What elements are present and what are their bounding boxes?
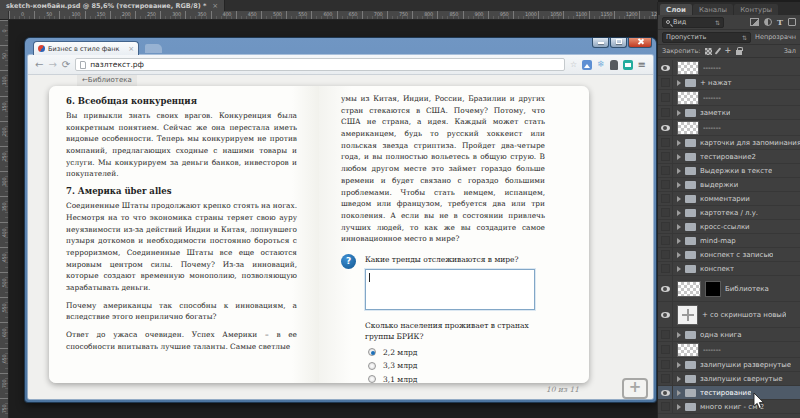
expand-arrow-icon[interactable] xyxy=(677,238,681,244)
lock-position-icon[interactable]: + xyxy=(724,47,731,55)
lock-pixels-icon[interactable] xyxy=(715,47,722,54)
layer-row[interactable]: выдержки xyxy=(658,178,800,192)
extension-chat-icon[interactable] xyxy=(623,60,633,70)
eye-toggle[interactable] xyxy=(658,90,673,105)
layer-row[interactable]: заметки xyxy=(658,106,800,120)
eye-toggle[interactable] xyxy=(658,248,673,261)
lock-all-icon[interactable] xyxy=(736,50,742,55)
eye-toggle[interactable] xyxy=(658,220,673,233)
expand-arrow-icon[interactable] xyxy=(677,168,681,174)
filter-pixel-layers-icon[interactable] xyxy=(750,18,759,26)
expand-arrow-icon[interactable] xyxy=(677,224,681,230)
layer-row[interactable]: Библиотека xyxy=(658,276,800,302)
layer-row[interactable]: ------- xyxy=(658,120,800,136)
layer-row[interactable]: ------- xyxy=(658,90,800,106)
eye-toggle[interactable] xyxy=(658,342,673,357)
eye-toggle[interactable] xyxy=(658,120,673,135)
expand-arrow-icon[interactable] xyxy=(677,80,681,86)
panel-tab-layers[interactable]: Слои xyxy=(660,4,692,15)
panel-tab-paths[interactable]: Контуры xyxy=(734,4,778,15)
layer-row[interactable]: mind-map xyxy=(658,234,800,248)
address-bar[interactable]: пазлтекст.рф xyxy=(75,58,565,71)
filter-adjustment-layers-icon[interactable] xyxy=(764,18,772,26)
eye-toggle[interactable] xyxy=(658,178,673,191)
radio-button[interactable] xyxy=(368,375,376,383)
filter-shape-layers-icon[interactable] xyxy=(788,18,796,26)
window-maximize-button[interactable] xyxy=(610,38,627,48)
layer-row[interactable]: конспект xyxy=(658,262,800,276)
window-close-button[interactable] xyxy=(628,38,652,48)
url-text[interactable]: пазлтекст.рф xyxy=(90,60,560,69)
layer-row[interactable]: залипушки свернутые xyxy=(658,372,800,386)
back-icon[interactable]: ← xyxy=(35,60,43,70)
expand-arrow-icon[interactable] xyxy=(677,210,681,216)
bookmark-star-icon[interactable]: ☆ xyxy=(570,61,577,69)
expand-arrow-icon[interactable] xyxy=(677,332,681,338)
eye-toggle[interactable] xyxy=(658,234,673,247)
answer-textarea[interactable] xyxy=(365,269,535,310)
eye-toggle[interactable] xyxy=(658,386,673,399)
layer-row[interactable]: карточки для запоминания xyxy=(658,136,800,150)
radio-button[interactable] xyxy=(368,362,376,370)
menu-hamburger-icon[interactable]: ≡ xyxy=(638,60,646,70)
panel-tab-channels[interactable]: Каналы xyxy=(693,4,733,15)
layer-row[interactable]: много книг - см 2 xyxy=(658,400,800,414)
eye-toggle[interactable] xyxy=(658,150,673,163)
eye-toggle[interactable] xyxy=(658,164,673,177)
expand-arrow-icon[interactable] xyxy=(677,110,681,116)
tab-close-icon[interactable]: × xyxy=(128,45,134,53)
extension-snowflake-icon[interactable]: ❄ xyxy=(597,60,605,69)
add-page-button[interactable]: + xyxy=(622,378,648,399)
lock-transparency-icon[interactable] xyxy=(705,48,712,55)
layer-filter-select[interactable]: Вид ⇅ xyxy=(662,17,724,28)
expand-arrow-icon[interactable] xyxy=(677,266,681,272)
radio-button[interactable] xyxy=(368,348,376,356)
expand-arrow-icon[interactable] xyxy=(677,196,681,202)
expand-arrow-icon[interactable] xyxy=(677,154,681,160)
breadcrumb-library-link[interactable]: ←Библиотека xyxy=(77,75,137,86)
layer-row[interactable]: ------- xyxy=(658,342,800,358)
browser-titlebar[interactable]: Бизнес в стиле фанк × xyxy=(28,38,653,55)
document-close-icon[interactable]: × xyxy=(212,2,218,10)
radio-option[interactable]: 3,3 млрд xyxy=(368,361,550,370)
layer-row[interactable]: картотека / л.у. xyxy=(658,206,800,220)
extension-image-icon[interactable] xyxy=(582,60,592,70)
expand-arrow-icon[interactable] xyxy=(677,404,681,410)
new-tab-button[interactable] xyxy=(145,44,162,53)
layer-row[interactable]: конспект с записью xyxy=(658,248,800,262)
eye-toggle[interactable] xyxy=(658,276,673,301)
eye-toggle[interactable] xyxy=(658,76,673,89)
extension-dark-icon[interactable] xyxy=(610,60,618,70)
layer-row[interactable]: кросс-ссылки xyxy=(658,220,800,234)
layer-row[interactable]: Выдержки в тексте xyxy=(658,164,800,178)
eye-toggle[interactable] xyxy=(658,106,673,119)
eye-toggle[interactable] xyxy=(658,206,673,219)
layer-row[interactable]: тестирование xyxy=(658,386,800,400)
expand-arrow-icon[interactable] xyxy=(677,362,681,368)
eye-toggle[interactable] xyxy=(658,358,673,371)
eye-toggle[interactable] xyxy=(658,302,673,327)
eye-toggle[interactable] xyxy=(658,400,673,413)
eye-toggle[interactable] xyxy=(658,60,673,75)
layer-row[interactable]: тестирование2 xyxy=(658,150,800,164)
expand-arrow-icon[interactable] xyxy=(677,252,681,258)
eye-toggle[interactable] xyxy=(658,262,673,275)
browser-tab[interactable]: Бизнес в стиле фанк × xyxy=(33,41,139,55)
radio-option[interactable]: 3,1 млрд xyxy=(368,375,550,383)
radio-option[interactable]: 2,2 млрд xyxy=(368,348,550,357)
eye-toggle[interactable] xyxy=(658,328,673,341)
forward-icon[interactable]: → xyxy=(48,60,56,70)
window-minimize-button[interactable] xyxy=(592,38,609,48)
layer-row[interactable]: одна книга xyxy=(658,328,800,342)
layer-row[interactable]: + со скриншота новый xyxy=(658,302,800,328)
layer-row[interactable]: + нажат xyxy=(658,76,800,90)
eye-toggle[interactable] xyxy=(658,136,673,149)
eye-toggle[interactable] xyxy=(658,372,673,385)
blend-mode-select[interactable]: Пропустить ⇅ xyxy=(662,32,751,43)
expand-arrow-icon[interactable] xyxy=(677,140,681,146)
filter-type-layers-icon[interactable]: T xyxy=(777,18,783,26)
expand-arrow-icon[interactable] xyxy=(677,376,681,382)
layer-row[interactable]: ------- xyxy=(658,60,800,76)
expand-arrow-icon[interactable] xyxy=(677,390,681,396)
layer-row[interactable]: комментарии xyxy=(658,192,800,206)
